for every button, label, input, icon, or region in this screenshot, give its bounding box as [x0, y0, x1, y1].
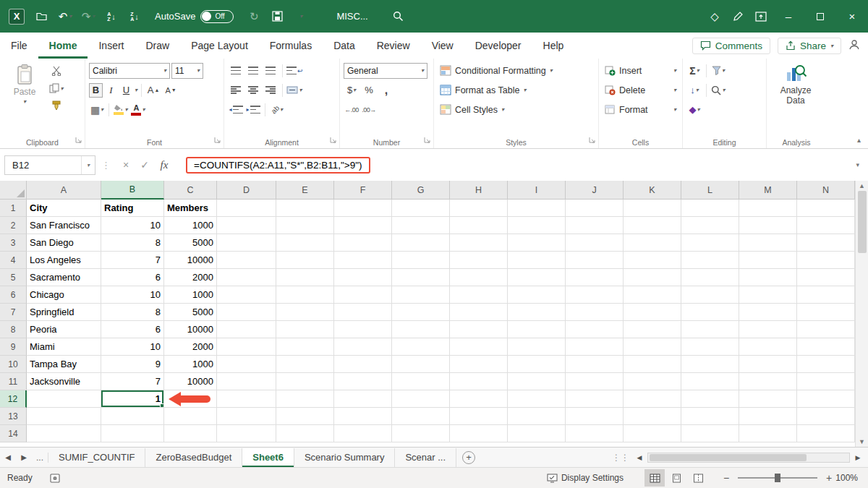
- cell-B3[interactable]: 8: [101, 234, 164, 252]
- align-middle-button[interactable]: [245, 63, 261, 79]
- cell-J12[interactable]: [566, 390, 624, 408]
- cell-A14[interactable]: [27, 425, 101, 442]
- search-icon[interactable]: [387, 0, 410, 33]
- cell-M14[interactable]: [739, 425, 797, 442]
- cut-button[interactable]: [48, 63, 64, 79]
- cell-M13[interactable]: [739, 408, 797, 425]
- cell-F5[interactable]: [334, 269, 392, 286]
- row-header-6[interactable]: 6: [0, 286, 27, 304]
- cell-G10[interactable]: [392, 356, 450, 373]
- cell-H11[interactable]: [450, 373, 508, 390]
- cell-L13[interactable]: [681, 408, 739, 425]
- sheet-nav-left-icon[interactable]: ◀: [0, 453, 16, 461]
- cell-M11[interactable]: [739, 373, 797, 390]
- share-button[interactable]: Share ▾: [778, 38, 841, 54]
- cell-J8[interactable]: [566, 321, 624, 338]
- undo-button[interactable]: ↶▾: [54, 0, 77, 33]
- cell-D3[interactable]: [217, 234, 276, 252]
- cell-N9[interactable]: [797, 338, 855, 356]
- align-center-button[interactable]: [245, 82, 261, 98]
- row-header-9[interactable]: 9: [0, 338, 27, 356]
- decrease-font-size-button[interactable]: A▼: [163, 82, 179, 98]
- cell-C7[interactable]: 5000: [164, 304, 217, 321]
- cell-G2[interactable]: [392, 217, 450, 234]
- column-header-H[interactable]: H: [450, 181, 508, 200]
- cell-E3[interactable]: [276, 234, 334, 252]
- row-header-1[interactable]: 1: [0, 200, 27, 217]
- ribbon-tab-insert[interactable]: Insert: [88, 33, 135, 59]
- row-header-12[interactable]: 12: [0, 390, 27, 408]
- accounting-format-button[interactable]: $▾: [344, 82, 359, 98]
- cell-I4[interactable]: [508, 252, 566, 269]
- cell-G14[interactable]: [392, 425, 450, 442]
- cell-A5[interactable]: Sacramento: [27, 269, 101, 286]
- cell-H3[interactable]: [450, 234, 508, 252]
- cell-J13[interactable]: [566, 408, 624, 425]
- cell-J1[interactable]: [566, 200, 624, 217]
- ribbon-tab-review[interactable]: Review: [366, 33, 421, 59]
- row-header-7[interactable]: 7: [0, 304, 27, 321]
- sort-descending-button[interactable]: ZA↓: [123, 0, 146, 33]
- sheet-tab-sheet6[interactable]: Sheet6: [242, 448, 294, 467]
- cell-D9[interactable]: [217, 338, 276, 356]
- copy-button[interactable]: ▾: [48, 80, 64, 96]
- sheet-tab-sumif-countif[interactable]: SUMIF_COUNTIF: [48, 448, 145, 467]
- cell-J5[interactable]: [566, 269, 624, 286]
- merge-center-button[interactable]: ▾: [286, 82, 302, 98]
- cell-K8[interactable]: [624, 321, 681, 338]
- cell-L9[interactable]: [681, 338, 739, 356]
- cell-N10[interactable]: [797, 356, 855, 373]
- column-header-G[interactable]: G: [392, 181, 450, 200]
- cell-I11[interactable]: [508, 373, 566, 390]
- cell-B13[interactable]: [101, 408, 164, 425]
- cell-C14[interactable]: [164, 425, 217, 442]
- cell-B10[interactable]: 9: [101, 356, 164, 373]
- cell-H13[interactable]: [450, 408, 508, 425]
- cell-H5[interactable]: [450, 269, 508, 286]
- cell-H2[interactable]: [450, 217, 508, 234]
- ribbon-tab-data[interactable]: Data: [323, 33, 366, 59]
- cell-M3[interactable]: [739, 234, 797, 252]
- cell-B7[interactable]: 8: [101, 304, 164, 321]
- cell-M5[interactable]: [739, 269, 797, 286]
- cell-C5[interactable]: 2000: [164, 269, 217, 286]
- zoom-in-icon[interactable]: +: [823, 472, 835, 484]
- cell-A6[interactable]: Chicago: [27, 286, 101, 304]
- cell-D10[interactable]: [217, 356, 276, 373]
- ribbon-tab-view[interactable]: View: [421, 33, 464, 59]
- font-color-button[interactable]: A ▾: [130, 102, 146, 118]
- display-settings-button[interactable]: Display Settings: [547, 473, 624, 483]
- ribbon-tab-draw[interactable]: Draw: [135, 33, 180, 59]
- fill-button[interactable]: ↓▾: [686, 82, 702, 98]
- cell-C11[interactable]: 10000: [164, 373, 217, 390]
- cell-C3[interactable]: 5000: [164, 234, 217, 252]
- cell-E13[interactable]: [276, 408, 334, 425]
- number-format-combobox[interactable]: General▾: [344, 63, 427, 79]
- enter-icon[interactable]: ✓: [135, 159, 154, 171]
- diamond-icon[interactable]: ◇: [703, 0, 726, 33]
- page-break-view-button[interactable]: [688, 469, 708, 487]
- cell-M12[interactable]: [739, 390, 797, 408]
- zoom-slider[interactable]: [738, 477, 817, 479]
- cell-N7[interactable]: [797, 304, 855, 321]
- sort-ascending-button[interactable]: AZ↓: [100, 0, 123, 33]
- cell-L14[interactable]: [681, 425, 739, 442]
- cell-C8[interactable]: 10000: [164, 321, 217, 338]
- scroll-down-icon[interactable]: ▼: [859, 438, 865, 445]
- cell-G5[interactable]: [392, 269, 450, 286]
- cell-B11[interactable]: 7: [101, 373, 164, 390]
- cell-K14[interactable]: [624, 425, 681, 442]
- format-as-table-button[interactable]: Format as Table▾: [438, 81, 595, 99]
- cell-L6[interactable]: [681, 286, 739, 304]
- italic-button[interactable]: I: [104, 83, 118, 98]
- increase-decimal-button[interactable]: ←.00: [344, 102, 359, 118]
- row-header-5[interactable]: 5: [0, 269, 27, 286]
- cell-N12[interactable]: [797, 390, 855, 408]
- cell-K11[interactable]: [624, 373, 681, 390]
- cell-E14[interactable]: [276, 425, 334, 442]
- cancel-icon[interactable]: ×: [116, 159, 135, 171]
- sensitivity-button[interactable]: ◆▾: [686, 102, 702, 118]
- row-header-4[interactable]: 4: [0, 252, 27, 269]
- cell-A11[interactable]: Jacksonville: [27, 373, 101, 390]
- conditional-formatting-button[interactable]: Conditional Formatting▾: [438, 61, 595, 80]
